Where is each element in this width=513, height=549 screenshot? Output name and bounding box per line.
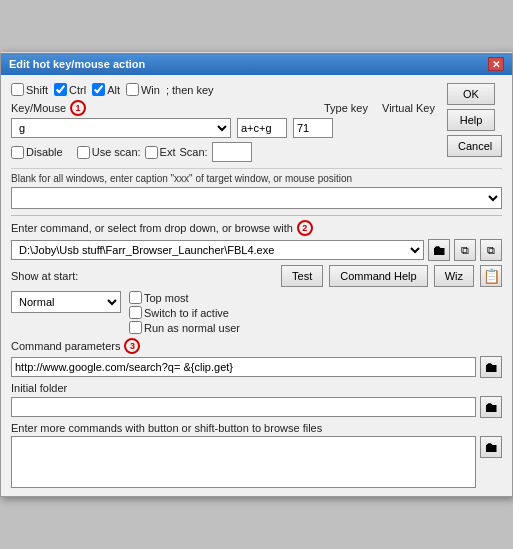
command-params-section: Command parameters 3 🖿 [11, 338, 502, 378]
show-at-start-select[interactable]: Normal Minimized Maximized Hidden [11, 291, 121, 313]
initial-folder-input[interactable] [11, 397, 476, 417]
disable-checkbox-label[interactable]: Disable [11, 146, 63, 159]
run-as-normal-checkbox[interactable] [129, 321, 142, 334]
caption-row [11, 187, 502, 209]
scan-input[interactable] [212, 142, 252, 162]
alt-checkbox-label[interactable]: Alt [92, 83, 120, 96]
initial-folder-section: Initial folder 🖿 [11, 382, 502, 418]
more-commands-textarea[interactable] [11, 436, 476, 488]
wiz-extra-button[interactable]: 📋 [480, 265, 502, 287]
command-input[interactable]: D:\Joby\Usb stuff\Farr_Browser_Launcher\… [11, 240, 424, 260]
use-scan-checkbox[interactable] [77, 146, 90, 159]
ext-checkbox[interactable] [145, 146, 158, 159]
browse-params-button[interactable]: 🖿 [480, 356, 502, 378]
hint-text: Blank for all windows, enter caption "xx… [11, 168, 502, 184]
extra-command-button[interactable]: ⧉ [480, 239, 502, 261]
modifiers-row: Shift Ctrl Alt Win ; then key [11, 83, 435, 96]
command-area: Enter command, or select from drop down,… [11, 220, 502, 488]
command-input-row: D:\Joby\Usb stuff\Farr_Browser_Launcher\… [11, 239, 502, 261]
run-as-normal-label[interactable]: Run as normal user [129, 321, 240, 334]
top-most-label[interactable]: Top most [129, 291, 240, 304]
more-commands-section: Enter more commands with button or shift… [11, 422, 502, 488]
switch-to-checkbox[interactable] [129, 306, 142, 319]
browse-command-button[interactable]: 🖿 [428, 239, 450, 261]
caption-dropdown[interactable] [11, 187, 502, 209]
shift-checkbox-label[interactable]: Shift [11, 83, 48, 96]
command-params-label: Command parameters 3 [11, 338, 502, 354]
dialog-content: Shift Ctrl Alt Win ; then key [1, 75, 512, 496]
disable-usescan-row: Disable Use scan: Ext Scan: [11, 142, 435, 162]
switch-to-label[interactable]: Switch to if active [129, 306, 240, 319]
scan-colon: Scan: [180, 146, 208, 158]
circle-3: 3 [124, 338, 140, 354]
command-hint: Enter command, or select from drop down,… [11, 220, 502, 236]
ext-scan-row: Use scan: Ext Scan: [77, 142, 252, 162]
ext-checkbox-label[interactable]: Ext [145, 146, 176, 159]
ctrl-checkbox-label[interactable]: Ctrl [54, 83, 86, 96]
browse-folder-button[interactable]: 🖿 [480, 396, 502, 418]
dialog-buttons: OK Help Cancel [447, 83, 502, 164]
browse-more-commands-button[interactable]: 🖿 [480, 436, 502, 458]
alt-checkbox[interactable] [92, 83, 105, 96]
virtual-key-label: Virtual Key [382, 102, 435, 114]
window-title: Edit hot key/mouse action [9, 58, 145, 70]
shift-checkbox[interactable] [11, 83, 24, 96]
key-mouse-label: Key/Mouse [11, 102, 66, 114]
ctrl-checkbox[interactable] [54, 83, 67, 96]
initial-folder-label: Initial folder [11, 382, 502, 394]
options-column: Top most Switch to if active Run as norm… [129, 291, 240, 334]
title-bar: Edit hot key/mouse action ✕ [1, 53, 512, 75]
initial-folder-row: 🖿 [11, 396, 502, 418]
virtual-key-input[interactable] [293, 118, 333, 138]
circle-2: 2 [297, 220, 313, 236]
circle-1: 1 [70, 100, 86, 116]
use-scan-checkbox-label[interactable]: Use scan: [77, 146, 141, 159]
divider-1 [11, 215, 502, 216]
close-button[interactable]: ✕ [488, 57, 504, 71]
command-params-input[interactable] [11, 357, 476, 377]
type-key-input[interactable] [237, 118, 287, 138]
copy-command-button[interactable]: ⧉ [454, 239, 476, 261]
key-mouse-input[interactable]: g [11, 118, 231, 138]
command-help-button[interactable]: Command Help [329, 265, 427, 287]
command-params-row: 🖿 [11, 356, 502, 378]
wiz-button[interactable]: Wiz [434, 265, 474, 287]
disable-checkbox[interactable] [11, 146, 24, 159]
win-checkbox[interactable] [126, 83, 139, 96]
cancel-button[interactable]: Cancel [447, 135, 502, 157]
more-commands-row: 🖿 [11, 436, 502, 488]
more-commands-label: Enter more commands with button or shift… [11, 422, 502, 434]
top-most-checkbox[interactable] [129, 291, 142, 304]
ok-button[interactable]: OK [447, 83, 495, 105]
help-button[interactable]: Help [447, 109, 495, 131]
test-button[interactable]: Test [281, 265, 323, 287]
main-window: Edit hot key/mouse action ✕ Shift Ctrl [0, 52, 513, 497]
type-key-label: Type key [324, 102, 368, 114]
win-checkbox-label[interactable]: Win [126, 83, 160, 96]
then-key-label: ; then key [166, 84, 214, 96]
show-at-start-label: Show at start: [11, 270, 78, 282]
